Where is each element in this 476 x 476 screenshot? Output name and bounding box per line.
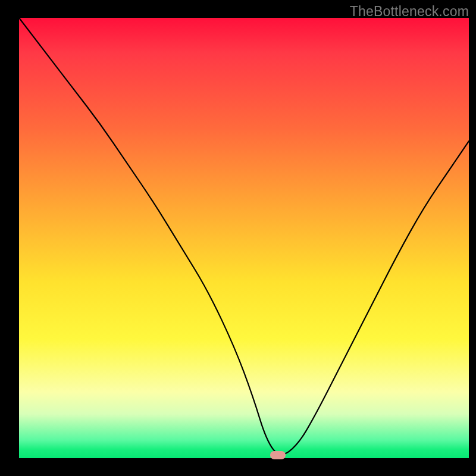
curve-path (19, 18, 469, 455)
watermark-text: TheBottleneck.com (350, 4, 469, 20)
plot-area (19, 18, 469, 458)
chart-frame: TheBottleneck.com (0, 0, 476, 476)
bottleneck-curve (19, 18, 469, 458)
optimal-marker (270, 451, 286, 459)
